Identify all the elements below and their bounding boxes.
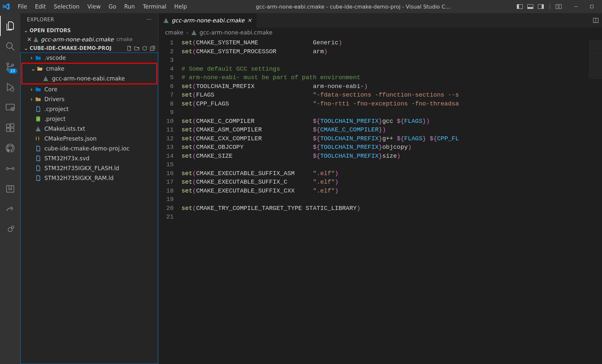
breadcrumb[interactable]: cmake › gcc-arm-none-eabi.cmake — [158, 28, 602, 37]
open-editors-list: ✕ gcc-arm-none-eabi.cmake cmake — [20, 35, 158, 44]
code-line[interactable] — [181, 108, 602, 117]
tree-file[interactable]: STM32H73x.svd — [21, 153, 158, 163]
menu-help[interactable]: Help — [170, 1, 191, 12]
window-controls — [568, 0, 599, 13]
code-line[interactable]: set(FLAGS "-fdata-sections -ffunction-se… — [181, 91, 602, 100]
new-file-icon[interactable] — [126, 45, 132, 51]
line-number: 5 — [158, 74, 174, 82]
menu-view[interactable]: View — [84, 1, 105, 12]
customize-layout-icon[interactable] — [554, 3, 563, 11]
code-line[interactable]: set(TOOLCHAIN_PREFIX arm-none-eabi-) — [181, 82, 602, 91]
toggle-secondary-sidebar-icon[interactable] — [536, 3, 545, 11]
code-line[interactable]: set(CMAKE_EXECUTABLE_SUFFIX_C ".elf") — [181, 178, 602, 187]
tree-folder[interactable]: ›Core — [21, 84, 158, 94]
activity-github[interactable] — [0, 138, 20, 158]
project-section[interactable]: ⌄ CUBE-IDE-CMAKE-DEMO-PROJ — [20, 44, 158, 53]
activity-run-debug[interactable] — [0, 77, 20, 97]
activity-extensions[interactable] — [0, 118, 20, 138]
activity-remote-explorer[interactable] — [0, 97, 20, 118]
tree-file[interactable]: CMakeLists.txt — [21, 124, 158, 134]
tree-item-label: Core — [44, 86, 57, 93]
code-line[interactable]: set(CMAKE_TRY_COMPILE_TARGET_TYPE STATIC… — [181, 204, 602, 213]
tree-file[interactable]: cube-ide-cmake-demo-proj.ioc — [21, 144, 158, 153]
code-line[interactable] — [181, 56, 602, 65]
tree-item-label: cube-ide-cmake-demo-proj.ioc — [44, 145, 130, 152]
code-line[interactable] — [181, 195, 602, 204]
tree-file[interactable]: STM32H735IGKX_FLASH.ld — [21, 163, 158, 173]
activity-search[interactable] — [0, 36, 20, 57]
tree-file[interactable]: .cproject — [21, 104, 158, 114]
refresh-icon[interactable] — [142, 45, 148, 51]
activity-share[interactable] — [0, 199, 20, 219]
close-icon[interactable]: ✕ — [247, 17, 252, 24]
svg-rect-20 — [7, 124, 10, 127]
code-line[interactable]: set(CMAKE_C_COMPILER ${TOOLCHAIN_PREFIX}… — [181, 117, 602, 126]
minimize-button[interactable] — [568, 0, 584, 13]
menu-terminal[interactable]: Terminal — [139, 1, 170, 12]
breadcrumb-part[interactable]: cmake — [165, 29, 183, 36]
maximize-button[interactable] — [584, 0, 599, 13]
activity-gitlens[interactable] — [0, 158, 20, 179]
svg-rect-7 — [559, 5, 562, 9]
menu-file[interactable]: File — [14, 1, 31, 12]
menu-run[interactable]: Run — [120, 1, 139, 12]
code-line[interactable]: set(CMAKE_OBJCOPY ${TOOLCHAIN_PREFIX}obj… — [181, 143, 602, 152]
chevron-down-icon: ⌄ — [23, 28, 29, 34]
editor-tab[interactable]: gcc-arm-none-eabi.cmake ✕ — [158, 13, 257, 28]
menu-edit[interactable]: Edit — [31, 1, 50, 12]
file-icon — [35, 165, 42, 172]
toggle-primary-sidebar-icon[interactable] — [515, 3, 524, 11]
code-line[interactable]: set(CMAKE_SIZE ${TOOLCHAIN_PREFIX}size) — [181, 152, 602, 161]
code-line[interactable]: set(CMAKE_EXECUTABLE_SUFFIX_ASM ".elf") — [181, 170, 602, 178]
code-line[interactable]: set(CMAKE_SYSTEM_PROCESSOR arm) — [181, 48, 602, 57]
split-editor-icon[interactable] — [593, 17, 599, 23]
code-line[interactable]: set(CMAKE_CXX_COMPILER ${TOOLCHAIN_PREFI… — [181, 135, 602, 144]
minimap[interactable] — [589, 39, 602, 79]
code-line[interactable] — [181, 161, 602, 170]
tree-folder[interactable]: ›Drivers — [21, 94, 158, 104]
code-line[interactable]: # arm-none-eabi- must be part of path en… — [181, 74, 602, 82]
line-number: 4 — [158, 65, 174, 74]
run-debug-icon — [5, 82, 15, 92]
bookmark-icon — [5, 184, 15, 194]
line-number: 8 — [158, 100, 174, 109]
collapse-all-icon[interactable] — [150, 45, 156, 51]
cmake-file-icon — [163, 17, 169, 23]
svg-rect-22 — [11, 128, 14, 131]
menu-selection[interactable]: Selection — [50, 1, 83, 12]
activity-explorer[interactable] — [0, 16, 20, 36]
activity-bookmarks[interactable] — [0, 179, 20, 199]
code-content[interactable]: set(CMAKE_SYSTEM_NAME Generic)set(CMAKE_… — [181, 37, 602, 364]
tree-file[interactable]: STM32H735IGKX_RAM.ld — [21, 173, 158, 183]
chevron-right-icon: › — [186, 29, 188, 36]
line-number: 17 — [158, 178, 174, 187]
code-line[interactable]: set(CMAKE_SYSTEM_NAME Generic) — [181, 39, 602, 48]
code-line[interactable]: set(CPP_FLAGS "-fno-rtti -fno-exceptions… — [181, 100, 602, 109]
line-number: 19 — [158, 195, 174, 204]
code-line[interactable]: set(CMAKE_EXECUTABLE_SUFFIX_CXX ".elf") — [181, 187, 602, 196]
toggle-panel-icon[interactable] — [526, 3, 535, 11]
tree-file[interactable]: <>.project — [21, 114, 158, 124]
code-line[interactable]: # Some default GCC settings — [181, 65, 602, 74]
project-actions — [126, 45, 156, 51]
code-line[interactable] — [181, 213, 602, 222]
new-folder-icon[interactable] — [134, 45, 140, 51]
cmake-file-icon — [191, 30, 197, 35]
menu-go[interactable]: Go — [105, 1, 120, 12]
close-icon[interactable]: ✕ — [27, 36, 33, 43]
tree-file[interactable]: { }CMakePresets.json — [21, 134, 158, 144]
open-editor-item[interactable]: ✕ gcc-arm-none-eabi.cmake cmake — [20, 35, 158, 44]
file-tree: ›.vscode⌄cmakegcc-arm-none-eabi.cmake›Co… — [20, 53, 158, 364]
tree-folder[interactable]: ⌄cmake — [22, 64, 156, 74]
explorer-more-icon[interactable]: ··· — [146, 17, 152, 23]
activity-source-control[interactable]: 10 — [0, 57, 20, 77]
breadcrumb-part[interactable]: gcc-arm-none-eabi.cmake — [200, 29, 273, 36]
code-line[interactable]: set(CMAKE_ASM_COMPILER ${CMAKE_C_COMPILE… — [181, 126, 602, 135]
tree-item-label: .vscode — [44, 55, 66, 61]
activity-liveshare[interactable] — [0, 219, 20, 240]
code-editor[interactable]: 123456789101112131415161718192021 set(CM… — [158, 37, 602, 364]
open-editors-section[interactable]: ⌄ OPEN EDITORS — [20, 26, 158, 35]
tree-folder[interactable]: ›.vscode — [21, 53, 158, 63]
line-number: 1 — [158, 39, 174, 48]
tree-file[interactable]: gcc-arm-none-eabi.cmake — [22, 74, 156, 83]
